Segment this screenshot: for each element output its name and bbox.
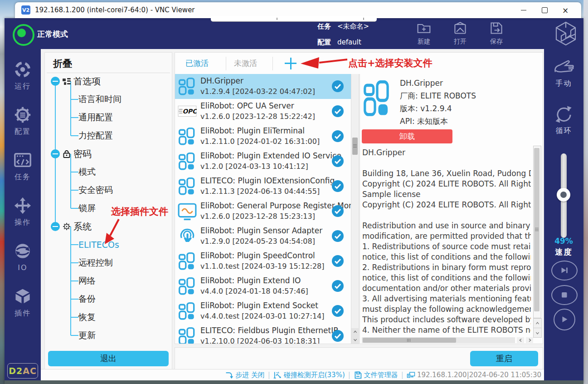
play-button[interactable] bbox=[554, 309, 575, 330]
io-icon bbox=[13, 241, 32, 261]
tree-item-恢复[interactable]: 恢复 bbox=[45, 308, 171, 326]
tree-group-首选项[interactable]: 首选项 bbox=[45, 72, 171, 90]
activated-check-icon[interactable] bbox=[332, 130, 344, 142]
tree-item-网络[interactable]: 网络 bbox=[45, 272, 171, 290]
plugin-name: EliRobot: Plugin EliTerminal bbox=[200, 126, 305, 135]
tree-item-语言和时间[interactable]: 语言和时间 bbox=[45, 90, 171, 108]
tree-item-ELITECOs[interactable]: ELITECOs bbox=[45, 236, 171, 254]
tree-item-模式[interactable]: 模式 bbox=[45, 163, 171, 181]
collapse-node-icon[interactable] bbox=[51, 77, 60, 86]
tree-group-密码[interactable]: 密码 bbox=[45, 145, 171, 163]
plugin-row[interactable]: EliRobot: Plugin Sensor Adapter v1.2.9.0… bbox=[175, 224, 351, 249]
sidebar-item-operate[interactable]: 操作 bbox=[5, 196, 41, 227]
plugin-row[interactable]: EliRobot: Plugin Extend IO v4.4.0 [2024-… bbox=[175, 274, 351, 299]
scroll-up-button[interactable] bbox=[351, 328, 359, 336]
step-forward-button[interactable] bbox=[551, 261, 578, 281]
activated-check-icon[interactable] bbox=[332, 230, 344, 242]
sidebar-item-plugin[interactable]: 插件 bbox=[5, 287, 41, 318]
plugin-name: ELITECO: Plugin IOExtensionConfig bbox=[200, 176, 335, 185]
save-task-button[interactable]: 保存 bbox=[482, 21, 511, 46]
plugin-row[interactable]: EliRobot: General Purpose Register Monit… bbox=[175, 199, 351, 224]
scroll-down-button[interactable] bbox=[351, 336, 359, 344]
step-mode-indicator[interactable]: 步进 关闭 bbox=[225, 371, 265, 379]
sidebar-item-io[interactable]: IO bbox=[5, 241, 41, 272]
scrollbar-thumb[interactable] bbox=[363, 338, 456, 343]
org-icon bbox=[62, 77, 71, 86]
divider: | bbox=[348, 371, 350, 379]
restart-button[interactable]: 重启 bbox=[470, 351, 538, 366]
tree-item-备份[interactable]: 备份 bbox=[45, 290, 171, 308]
tree-item-更新[interactable]: 更新 bbox=[45, 326, 171, 345]
plugin-list-scrollbar[interactable] bbox=[351, 74, 359, 344]
collision-indicator[interactable]: 碰撞检测开启(33%) bbox=[273, 371, 345, 379]
activated-check-icon[interactable] bbox=[332, 105, 344, 117]
tree-connector-stub bbox=[71, 335, 78, 336]
divider: | bbox=[268, 371, 270, 379]
tree-item-label: 安全密码 bbox=[78, 184, 113, 196]
tree-item-安全密码[interactable]: 安全密码 bbox=[45, 181, 171, 199]
details-scroll-up-button[interactable] bbox=[533, 318, 542, 328]
plugin-row[interactable]: EliRobot: Plugin Extended IO Service v1.… bbox=[175, 149, 351, 174]
file-manager-button[interactable]: 文件管理器 bbox=[354, 371, 398, 379]
plugin-row[interactable]: EliRobot: Plugin EliTerminal v1.2.11.0 [… bbox=[175, 124, 351, 149]
plugin-row[interactable]: DH.Gripper v1.2.9.4 [2024-03-22 04:47:02… bbox=[175, 74, 351, 99]
close-button[interactable]: × bbox=[555, 2, 576, 18]
plugin-name: EliRobot: Plugin Sensor Adapter bbox=[200, 226, 322, 235]
plugin-row[interactable]: EliRobot: Plugin SpeedControl v1.1.0.tes… bbox=[175, 249, 351, 274]
activated-check-icon[interactable] bbox=[332, 180, 344, 192]
activated-check-icon[interactable] bbox=[332, 80, 344, 92]
tree-item-力控配置[interactable]: 力控配置 bbox=[45, 127, 171, 145]
tree-item-远程控制[interactable]: 远程控制 bbox=[45, 254, 171, 272]
tab-activated[interactable]: 已激活 bbox=[185, 58, 209, 69]
details-scroll-down-button[interactable] bbox=[533, 328, 542, 338]
vnc-toolbar-notch[interactable] bbox=[211, 16, 377, 22]
activated-check-icon[interactable] bbox=[332, 280, 344, 292]
hand-icon bbox=[553, 57, 575, 77]
tree-item-label: 语言和时间 bbox=[78, 94, 121, 105]
file-manager-icon bbox=[354, 371, 362, 379]
plugin-row[interactable]: EliRobot: OPC UA Server v1.2.6.0 [2023-1… bbox=[175, 99, 351, 124]
plugin-row[interactable]: EliRobot: Plugin Extend Socket v4.4.0.te… bbox=[175, 299, 351, 324]
gear-icon bbox=[62, 222, 71, 231]
minimize-button[interactable] bbox=[513, 2, 534, 18]
details-scroll-left-button[interactable] bbox=[517, 337, 524, 343]
tree-group-label: 首选项 bbox=[73, 75, 101, 88]
sidebar-item-config[interactable]: 配置 bbox=[5, 105, 41, 137]
details-scroll-right-button[interactable] bbox=[526, 337, 533, 343]
speed-slider-thumb[interactable] bbox=[557, 188, 570, 202]
tree-item-label: 网络 bbox=[78, 275, 96, 287]
stop-button[interactable] bbox=[551, 285, 578, 305]
details-horizontal-scrollbar[interactable] bbox=[362, 337, 515, 343]
tab-not-activated[interactable]: 未激活 bbox=[234, 58, 257, 69]
plugin-icon bbox=[178, 152, 197, 171]
manual-mode-button[interactable]: 手动 bbox=[544, 57, 583, 89]
activated-check-icon[interactable] bbox=[332, 255, 344, 267]
plugin-list: DH.Gripper v1.2.9.4 [2024-03-22 04:47:02… bbox=[175, 74, 359, 344]
activated-check-icon[interactable] bbox=[332, 155, 344, 167]
activated-check-icon[interactable] bbox=[332, 205, 344, 217]
plugin-row[interactable]: ELITECO: Plugin IOExtensionConfig v1.2.1… bbox=[175, 174, 351, 199]
tree-item-通用配置[interactable]: 通用配置 bbox=[45, 108, 171, 127]
plugin-row[interactable]: ELITECO: Fieldbus Plugin EthernetIP v1.2… bbox=[175, 324, 351, 344]
tree-group-系统[interactable]: 系统 bbox=[45, 217, 171, 236]
add-plugin-button[interactable] bbox=[284, 57, 297, 70]
collapse-node-icon[interactable] bbox=[51, 222, 60, 231]
maximize-button[interactable] bbox=[534, 2, 555, 18]
new-task-button[interactable]: 新建 bbox=[409, 21, 438, 46]
scrollbar-thumb[interactable] bbox=[534, 148, 539, 311]
tree-connector-stub bbox=[71, 117, 78, 118]
details-vertical-scrollbar[interactable] bbox=[533, 146, 541, 318]
activated-check-icon[interactable] bbox=[332, 305, 344, 317]
collapse-node-icon[interactable] bbox=[51, 149, 60, 158]
loop-icon bbox=[553, 104, 575, 124]
loop-mode-button[interactable]: 循环 bbox=[544, 104, 583, 136]
open-task-button[interactable]: 打开 bbox=[446, 21, 475, 46]
activated-check-icon[interactable] bbox=[332, 330, 344, 342]
plugin-icon bbox=[178, 327, 197, 344]
sidebar-item-task[interactable]: 任务 bbox=[5, 151, 41, 182]
sidebar-item-run[interactable]: 运行 bbox=[5, 60, 41, 91]
scrollbar-thumb[interactable] bbox=[352, 138, 358, 155]
tree-collapse-header[interactable]: 折叠 bbox=[53, 57, 72, 70]
uninstall-button[interactable]: 卸载 bbox=[362, 129, 452, 143]
exit-button[interactable]: 退出 bbox=[48, 351, 169, 366]
